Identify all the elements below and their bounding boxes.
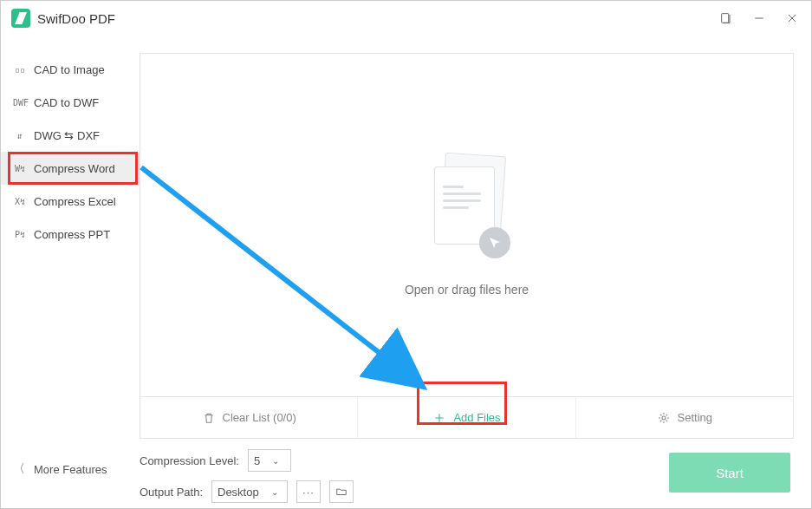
output-path-label: Output Path:	[140, 486, 203, 499]
sidebar-item-compress-word[interactable]: W↯ Compress Word	[1, 152, 140, 185]
app-logo-icon	[11, 9, 30, 28]
sidebar-item-dwg-dxf[interactable]: ⇵ DWG ⇆ DXF	[1, 119, 140, 152]
title-left: SwifDoo PDF	[11, 9, 115, 28]
sidebar: ▫▫ CAD to Image DWF CAD to DWF ⇵ DWG ⇆ D…	[1, 36, 140, 508]
svg-point-6	[662, 416, 666, 420]
bottom-controls: Compression Level: 5 ⌄ Output Path: Desk…	[140, 439, 794, 508]
main-panel: Open or drag files here Clear List (0/0)…	[140, 36, 811, 508]
compression-level-label: Compression Level:	[140, 454, 239, 467]
clear-label: Clear List (0/0)	[223, 411, 296, 424]
ellipsis-icon: ···	[302, 486, 315, 499]
sidebar-item-compress-ppt[interactable]: P↯ Compress PPT	[1, 218, 140, 251]
app-title: SwifDoo PDF	[37, 11, 115, 26]
more-features-label: More Features	[34, 463, 107, 476]
swap-icon: ⇵	[13, 131, 27, 140]
plus-icon	[432, 411, 446, 425]
word-compress-icon: W↯	[13, 164, 27, 173]
compression-level-select[interactable]: 5 ⌄	[248, 449, 291, 472]
gear-icon	[657, 411, 671, 425]
dwf-icon: DWF	[13, 98, 27, 108]
window-controls	[718, 10, 801, 27]
sidebar-item-compress-excel[interactable]: X↯ Compress Excel	[1, 185, 140, 218]
start-button[interactable]: Start	[669, 453, 790, 493]
sidebar-item-label: Compress Excel	[34, 195, 116, 208]
folder-icon	[335, 486, 348, 498]
chevron-down-icon: ⌄	[271, 487, 278, 497]
drop-area[interactable]: Open or drag files here	[140, 53, 794, 397]
cad-image-icon: ▫▫	[13, 65, 27, 75]
title-bar: SwifDoo PDF	[1, 1, 811, 36]
chevron-left-icon: 〈	[13, 461, 25, 477]
more-features-button[interactable]: 〈 More Features	[13, 461, 107, 477]
app-window: SwifDoo PDF ▫▫ CAD to Image DWF CAD to D…	[0, 0, 812, 509]
trash-icon	[202, 411, 216, 425]
body: ▫▫ CAD to Image DWF CAD to DWF ⇵ DWG ⇆ D…	[1, 36, 811, 508]
sidebar-item-label: DWG ⇆ DXF	[34, 129, 100, 142]
action-bar: Clear List (0/0) Add Files Setting	[140, 397, 794, 439]
setting-label: Setting	[678, 411, 712, 424]
options-icon[interactable]	[718, 10, 735, 27]
clear-list-button[interactable]: Clear List (0/0)	[140, 397, 358, 438]
chevron-down-icon: ⌄	[272, 456, 279, 466]
ppt-compress-icon: P↯	[13, 230, 27, 239]
sidebar-item-label: CAD to Image	[34, 63, 105, 76]
more-path-button[interactable]: ···	[296, 480, 321, 503]
sidebar-item-label: Compress Word	[34, 162, 115, 175]
browse-folder-button[interactable]	[329, 480, 354, 503]
output-path-select[interactable]: Desktop ⌄	[211, 480, 288, 503]
sidebar-item-label: Compress PPT	[34, 228, 110, 241]
document-illustration-icon	[424, 154, 510, 258]
sidebar-item-cad-to-image[interactable]: ▫▫ CAD to Image	[1, 53, 140, 86]
close-button[interactable]	[783, 10, 801, 27]
drop-text: Open or drag files here	[405, 283, 529, 297]
level-value: 5	[254, 454, 260, 467]
add-label: Add Files	[453, 411, 500, 424]
setting-button[interactable]: Setting	[576, 397, 793, 438]
sidebar-item-label: CAD to DWF	[34, 96, 99, 109]
excel-compress-icon: X↯	[13, 197, 27, 206]
path-value: Desktop	[218, 486, 259, 499]
sidebar-item-cad-to-dwf[interactable]: DWF CAD to DWF	[1, 86, 140, 119]
svg-rect-0	[722, 14, 729, 23]
add-files-button[interactable]: Add Files	[358, 397, 575, 438]
minimize-button[interactable]	[750, 10, 768, 27]
controls-group: Compression Level: 5 ⌄ Output Path: Desk…	[140, 449, 354, 503]
start-label: Start	[716, 466, 744, 480]
